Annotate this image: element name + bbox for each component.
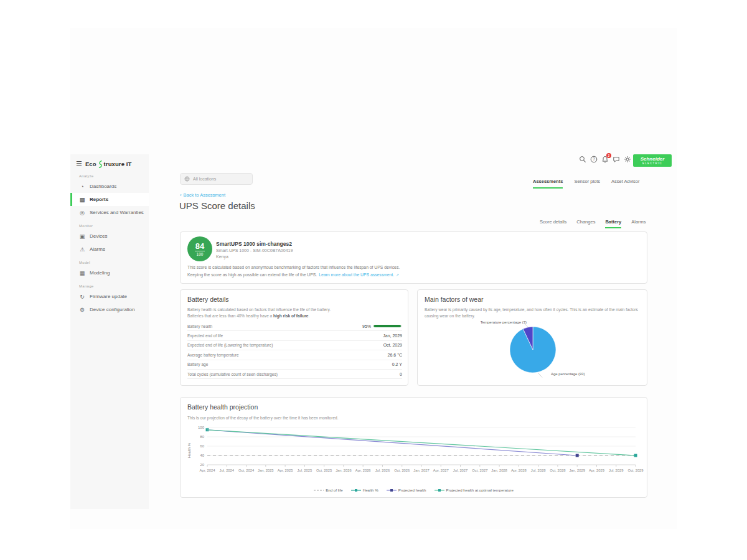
services-warranties-icon: ◎ [79,210,85,216]
legend-item-projected-health[interactable]: Projected health [387,488,426,492]
sidebar-item-label: Services and Warranties [90,210,144,215]
row-value: 26.6 °C [388,353,402,357]
settings-gear-icon[interactable] [623,155,632,164]
wear-pie-chart [430,319,636,385]
sidebar-item-label: Alarms [90,246,105,252]
svg-text:Jul, 2028: Jul, 2028 [531,469,546,472]
legend-item-end-of-life[interactable]: End of life [314,488,343,492]
battery-detail-row-total-cycles-cumulative-count-of-seen-discharges: Total cycles (cumulative count of seen d… [187,370,402,379]
tab-sensor-plots[interactable]: Sensor plots [574,179,600,189]
sidebar-item-label: Firmware update [90,294,127,299]
detail-subtabs: Score detailsChangesBatteryAlarms [540,219,646,228]
battery-details-title: Battery details [187,296,229,303]
score-divider [195,251,205,251]
row-label: Expected end of life (Lowering the tempe… [187,343,273,347]
score-description-2-text: Keeping the score as high as possible ca… [187,273,317,277]
sidebar-item-devices[interactable]: ▣Devices [70,230,149,243]
row-value: 95% [362,324,371,329]
projection-legend: End of lifeHealth %Projected healthProje… [181,488,647,492]
legend-label: Projected health [398,488,426,492]
pie-label-temperature: Temperature percentage (7) [443,320,527,324]
sidebar-section-analyze: Analyze [70,169,149,180]
sidebar: ☰ Eco truxure IT Analyze◔Dashboards▤Repo… [70,154,149,509]
svg-text:Jul, 2026: Jul, 2026 [375,469,390,472]
wear-card-title: Main factors of wear [425,296,484,303]
svg-text:Oct, 2025: Oct, 2025 [316,469,332,472]
location-filter[interactable]: All locations [180,173,253,185]
help-icon[interactable]: ? [590,155,598,164]
hamburger-menu-icon[interactable]: ☰ [76,160,82,168]
svg-text:Jul, 2024: Jul, 2024 [220,469,235,472]
sidebar-item-firmware-update[interactable]: ↻Firmware update [70,290,149,303]
location-filter-label: All locations [193,177,216,181]
device-model: Smart-UPS 1000 - SIM-00C0B7A00419 [216,248,293,253]
subtab-score-details[interactable]: Score details [540,219,566,228]
legend-label: End of life [326,488,343,492]
battery-details-desc-2: Batteries that are less than 40% healthy… [187,313,309,319]
search-icon[interactable] [578,155,587,164]
reports-icon: ▤ [79,197,85,203]
row-value: 0 [400,372,402,376]
svg-text:60: 60 [200,444,204,448]
row-value: Jan, 2029 [383,334,402,338]
legend-item-projected-health-at-optimal-temperature[interactable]: Projected health at optimal temperature [435,488,514,492]
svg-text:Oct, 2026: Oct, 2026 [394,469,410,472]
svg-text:Jan, 2027: Jan, 2027 [413,469,429,472]
tab-assessments[interactable]: Assessments [533,179,563,189]
projection-card-title: Battery health projection [187,403,258,411]
row-label: Battery health [187,324,212,329]
series-line-projected-health [207,430,577,455]
score-description-1: This score is calculated based on anonym… [187,265,400,269]
subtab-changes[interactable]: Changes [576,219,595,228]
notifications-bell-icon[interactable]: 2 [601,155,609,164]
sidebar-item-device-configuration[interactable]: ⚙Device configuration [70,303,149,316]
svg-text:Oct, 2024: Oct, 2024 [238,469,255,472]
row-label: Battery age [187,362,208,366]
svg-text:Jan, 2029: Jan, 2029 [569,469,585,472]
svg-text:40: 40 [200,454,204,457]
sidebar-item-alarms[interactable]: ⚠Alarms [70,243,149,256]
legend-item-health[interactable]: Health % [351,488,378,492]
sidebar-item-label: Dashboards [90,184,116,189]
logo-text-eco: Eco [85,161,96,167]
logo-text-rest: truxure IT [104,161,132,167]
battery-details-card: Battery details Battery health is calcul… [180,289,408,386]
learn-more-link[interactable]: Learn more about the UPS assessment. [319,273,394,277]
firmware-update-icon: ↻ [79,294,85,300]
ups-score-card: 84 100 SmartUPS 1000 sim-changes2 Smart-… [180,231,647,284]
battery-detail-row-battery-health: Battery health95% [187,322,402,331]
back-to-assessment-link[interactable]: ‹ Back to Assessment [180,192,225,198]
wear-card-description: Battery wear is primarily caused by its … [425,307,641,319]
svg-text:Oct, 2027: Oct, 2027 [472,469,487,472]
device-name: SmartUPS 1000 sim-changes2 [216,241,292,247]
sidebar-item-reports[interactable]: ▤Reports [70,193,149,206]
sidebar-item-services-and-warranties[interactable]: ◎Services and Warranties [70,206,149,219]
schneider-electric-logo: Schneider Electric [633,154,672,167]
sidebar-item-modeling[interactable]: ▦Modeling [70,266,149,279]
svg-text:Jul, 2025: Jul, 2025 [298,469,312,472]
svg-text:20: 20 [200,463,204,467]
svg-text:Oct, 2028: Oct, 2028 [550,469,565,472]
sidebar-item-dashboards[interactable]: ◔Dashboards [70,180,149,193]
sidebar-section-manage: Manage [70,279,149,290]
app-logo: ☰ Eco truxure IT [70,154,149,169]
row-label: Total cycles (cumulative count of seen d… [187,372,278,376]
svg-text:Jul, 2029: Jul, 2029 [609,469,624,472]
battery-detail-row-average-battery-temperature: Average battery temperature26.6 °C [187,350,402,360]
subtab-alarms[interactable]: Alarms [631,219,646,228]
projection-card-description: This is our projection of the decay of t… [187,415,338,421]
svg-text:?: ? [593,157,595,161]
ecostruxure-logo-glyph [98,161,103,168]
page-title: UPS Score details [179,200,255,211]
pie-label-age: Age percentage (93) [551,372,585,376]
series-marker-projected-health [576,454,579,457]
sidebar-section-model: Model [70,256,149,266]
feedback-icon[interactable] [612,155,621,164]
subtab-battery[interactable]: Battery [605,219,621,228]
score-description-2: Keeping the score as high as possible ca… [187,273,399,277]
battery-detail-row-battery-age: Battery age0.2 Y [187,360,402,370]
svg-text:Apr, 2029: Apr, 2029 [589,469,604,472]
sidebar-section-monitor: Monitor [70,219,149,230]
tab-asset-advisor[interactable]: Asset Advisor [611,179,639,189]
brand-name: Schneider [641,156,665,162]
